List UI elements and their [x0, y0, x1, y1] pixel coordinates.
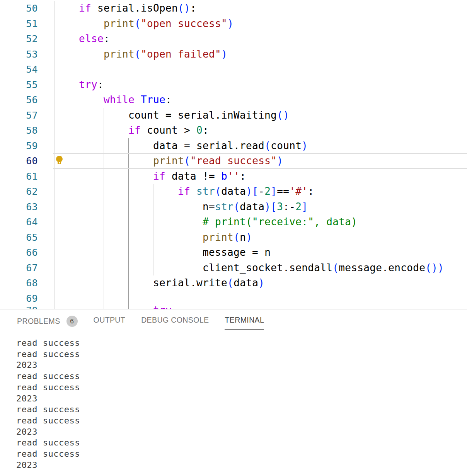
code-token: ) [246, 231, 252, 243]
code-token: if [79, 2, 91, 14]
terminal-line: 2023 [16, 460, 441, 471]
line-number[interactable]: 55 [0, 77, 38, 93]
code-token: count = serial.inWaiting [128, 109, 277, 121]
code-line[interactable]: 57 count = serial.inWaiting() [0, 108, 467, 123]
code-token: ( [234, 201, 240, 212]
tab-debug-console[interactable]: DEBUG CONSOLE [141, 316, 209, 330]
code-token: data [221, 185, 246, 197]
line-number[interactable]: 50 [0, 1, 38, 16]
lightbulb-icon[interactable] [56, 156, 63, 165]
line-number[interactable]: 66 [0, 245, 38, 260]
code-line[interactable]: 62 if str(data)[-2]=='#': [0, 184, 467, 199]
code-token: : [240, 170, 246, 182]
code-line[interactable]: 52 else: [0, 31, 467, 47]
code-text: if serial.isOpen(): [54, 1, 196, 16]
code-token: client_socket.sendall [203, 262, 332, 274]
code-token: ( [425, 262, 431, 274]
line-number[interactable]: 59 [0, 138, 38, 154]
indent-guide [54, 62, 55, 77]
line-number[interactable]: 61 [0, 169, 38, 184]
code-text: message = n [54, 245, 271, 260]
line-number[interactable]: 52 [0, 31, 38, 47]
line-number[interactable]: 68 [0, 275, 38, 291]
code-editor[interactable]: 50 if serial.isOpen():51 print("open suc… [0, 0, 467, 309]
code-token: ( [184, 155, 190, 167]
code-token: ( [135, 48, 141, 60]
line-number[interactable]: 57 [0, 108, 38, 123]
code-line[interactable]: 56 while True: [0, 92, 467, 108]
code-token: : [203, 124, 209, 136]
code-token: ) [246, 185, 252, 197]
line-number[interactable]: 58 [0, 123, 38, 138]
line-number[interactable]: 62 [0, 184, 38, 199]
terminal-line: 2023 [16, 360, 441, 371]
code-token: n= [203, 201, 215, 212]
line-number[interactable]: 53 [0, 47, 38, 62]
terminal-line: read success [16, 437, 441, 449]
tab-output[interactable]: OUTPUT [94, 316, 126, 330]
code-line[interactable]: 53 print("open failed") [0, 47, 467, 62]
code-text: print("open failed") [54, 47, 227, 62]
code-token [135, 94, 141, 105]
terminal-line: read success [16, 382, 441, 393]
code-token: 0 [196, 124, 203, 136]
code-token: 3 [277, 201, 283, 212]
code-text: else: [54, 31, 110, 47]
code-line[interactable]: 51 print("open success") [0, 16, 467, 32]
code-line[interactable]: 68 serial.write(data) [0, 275, 467, 291]
code-token: count > [141, 124, 196, 136]
code-token: ( [264, 140, 271, 151]
code-token: try [79, 79, 97, 90]
code-token: while [104, 94, 135, 105]
code-line[interactable]: 70 try [0, 303, 467, 309]
code-line[interactable]: 54 [0, 62, 467, 77]
code-token: == [277, 185, 289, 197]
line-number[interactable]: 56 [0, 92, 38, 108]
code-line[interactable]: 63 n=str(data)[3:-2] [0, 199, 467, 215]
code-token: str [196, 185, 215, 197]
line-number[interactable]: 51 [0, 16, 38, 32]
code-line[interactable]: 61 if data != b'': [0, 169, 467, 184]
code-token [190, 185, 196, 197]
code-token: ) [184, 2, 190, 14]
tab-problems[interactable]: PROBLEMS 6 [17, 316, 78, 332]
line-number[interactable]: 70 [0, 303, 38, 309]
code-line[interactable]: 60 print("read success") [0, 153, 467, 169]
code-line[interactable]: 65 print(n) [0, 230, 467, 245]
tab-terminal[interactable]: TERMINAL [225, 316, 264, 330]
code-token: # print("receive:", data) [203, 216, 357, 228]
line-number[interactable]: 63 [0, 199, 38, 215]
code-token: : [104, 33, 110, 44]
code-line[interactable]: 67 client_socket.sendall(message.encode(… [0, 260, 467, 276]
line-number[interactable]: 54 [0, 62, 38, 77]
code-line[interactable]: 66 message = n [0, 245, 467, 260]
code-token: message = n [203, 246, 271, 258]
code-token: data != [165, 170, 221, 182]
terminal-output[interactable]: read successread success2023read success… [16, 338, 441, 471]
code-line[interactable]: 55 try: [0, 77, 467, 93]
line-number[interactable]: 65 [0, 230, 38, 245]
line-number[interactable]: 67 [0, 260, 38, 276]
code-line[interactable]: 59 data = serial.read(count) [0, 138, 467, 154]
code-token: serial.isOpen [91, 2, 178, 14]
code-token: : [165, 94, 172, 105]
code-token: try [153, 304, 172, 309]
code-text: print(n) [54, 230, 252, 245]
code-token: True [141, 94, 165, 105]
line-number[interactable]: 64 [0, 214, 38, 230]
code-token: b [221, 170, 227, 182]
code-line[interactable]: 58 if count > 0: [0, 123, 467, 138]
code-line[interactable]: 50 if serial.isOpen(): [0, 1, 467, 16]
code-token: print [104, 48, 135, 60]
code-token: ( [135, 18, 141, 29]
code-line[interactable]: 64 # print("receive:", data) [0, 214, 467, 230]
code-text: try [54, 303, 172, 309]
code-token: print [104, 18, 135, 29]
code-text: client_socket.sendall(message.encode()) [54, 260, 444, 276]
terminal-line: 2023 [16, 427, 441, 438]
code-token: 2 [264, 185, 271, 197]
line-number[interactable]: 60 [0, 153, 38, 169]
code-token: ) [302, 140, 308, 151]
code-text: print("read success") [54, 153, 283, 169]
code-token: ( [227, 277, 234, 289]
